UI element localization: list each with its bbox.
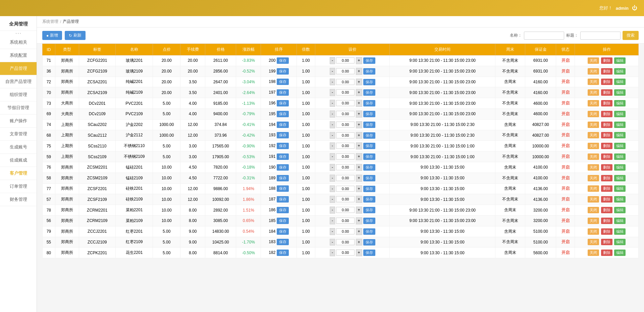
delete-button[interactable]: 删除 <box>601 122 612 128</box>
setprice-save-button[interactable]: 保存 <box>363 89 375 96</box>
edit-button[interactable]: 编辑 <box>614 111 626 117</box>
order-save-button[interactable]: 保存 <box>277 250 289 256</box>
setprice-plus-button[interactable]: + <box>356 110 362 118</box>
close-button[interactable]: 关闭 <box>588 111 599 117</box>
sidebar-item-system-related[interactable]: 系统相关 <box>0 36 37 49</box>
order-save-button[interactable]: 保存 <box>277 185 289 192</box>
setprice-input[interactable] <box>336 100 355 106</box>
add-button[interactable]: ● 新增 <box>42 31 62 40</box>
close-button[interactable]: 关闭 <box>588 228 599 235</box>
close-button[interactable]: 关闭 <box>588 79 599 85</box>
order-save-button[interactable]: 保存 <box>277 100 289 106</box>
delete-button[interactable]: 删除 <box>601 100 612 106</box>
setprice-save-button[interactable]: 保存 <box>363 196 375 203</box>
search-title-input[interactable] <box>580 32 621 40</box>
setprice-minus-button[interactable]: - <box>330 68 335 75</box>
close-button[interactable]: 关闭 <box>588 100 599 106</box>
delete-button[interactable]: 删除 <box>601 175 612 181</box>
delete-button[interactable]: 删除 <box>601 185 612 192</box>
setprice-plus-button[interactable]: + <box>356 153 362 160</box>
delete-button[interactable]: 删除 <box>601 111 612 117</box>
close-button[interactable]: 关闭 <box>588 196 599 203</box>
edit-button[interactable]: 编辑 <box>614 164 626 171</box>
edit-button[interactable]: 编辑 <box>614 196 626 203</box>
setprice-minus-button[interactable]: - <box>330 57 335 64</box>
close-button[interactable]: 关闭 <box>588 218 599 224</box>
edit-button[interactable]: 编辑 <box>614 175 626 181</box>
close-button[interactable]: 关闭 <box>588 143 599 149</box>
sidebar-item-order[interactable]: 订单管理 <box>0 180 37 193</box>
setprice-plus-button[interactable]: + <box>356 79 362 86</box>
setprice-save-button[interactable]: 保存 <box>363 100 375 106</box>
setprice-minus-button[interactable]: - <box>330 89 335 96</box>
setprice-minus-button[interactable]: - <box>330 185 335 192</box>
edit-button[interactable]: 编辑 <box>614 143 626 149</box>
sidebar-item-org[interactable]: 组织管理 <box>0 88 37 101</box>
close-button[interactable]: 关闭 <box>588 207 599 213</box>
delete-button[interactable]: 删除 <box>601 239 612 245</box>
setprice-input[interactable] <box>336 218 355 224</box>
order-save-button[interactable]: 保存 <box>277 196 289 203</box>
setprice-input[interactable] <box>336 186 355 192</box>
setprice-minus-button[interactable]: - <box>330 121 335 128</box>
sidebar-item-finance[interactable]: 财务管理 <box>0 193 37 206</box>
sidebar-item-self-product[interactable]: 自营产品管理 <box>0 75 37 88</box>
edit-button[interactable]: 编辑 <box>614 100 626 106</box>
delete-button[interactable]: 删除 <box>601 218 612 224</box>
edit-button[interactable]: 编辑 <box>614 218 626 224</box>
delete-button[interactable]: 删除 <box>601 132 612 138</box>
breadcrumb-system[interactable]: 系统管理 <box>42 19 58 25</box>
setprice-minus-button[interactable]: - <box>330 164 335 171</box>
refresh-button[interactable]: ↻ 刷新 <box>65 31 86 40</box>
order-save-button[interactable]: 保存 <box>277 89 289 96</box>
order-save-button[interactable]: 保存 <box>277 207 289 213</box>
setprice-save-button[interactable]: 保存 <box>363 164 375 171</box>
order-save-button[interactable]: 保存 <box>277 228 289 235</box>
setprice-plus-button[interactable]: + <box>356 68 362 75</box>
setprice-save-button[interactable]: 保存 <box>363 143 375 149</box>
order-save-button[interactable]: 保存 <box>277 153 289 160</box>
edit-button[interactable]: 编辑 <box>614 122 626 128</box>
setprice-minus-button[interactable]: - <box>330 100 335 107</box>
setprice-input[interactable] <box>336 132 355 138</box>
setprice-plus-button[interactable]: + <box>356 196 362 203</box>
setprice-plus-button[interactable]: + <box>356 185 362 192</box>
sidebar-item-article[interactable]: 文章管理 <box>0 128 37 141</box>
setprice-minus-button[interactable]: - <box>330 153 335 160</box>
setprice-plus-button[interactable]: + <box>356 89 362 96</box>
close-button[interactable]: 关闭 <box>588 175 599 181</box>
setprice-minus-button[interactable]: - <box>330 175 335 182</box>
edit-button[interactable]: 编辑 <box>614 185 626 192</box>
delete-button[interactable]: 删除 <box>601 68 612 75</box>
search-button[interactable]: 搜索 <box>623 31 639 40</box>
edit-button[interactable]: 编辑 <box>614 79 626 85</box>
search-name-input[interactable] <box>524 32 564 40</box>
setprice-plus-button[interactable]: + <box>356 239 362 246</box>
order-save-button[interactable]: 保存 <box>277 111 289 117</box>
setprice-save-button[interactable]: 保存 <box>363 186 375 192</box>
setprice-input[interactable] <box>336 79 355 85</box>
setprice-save-button[interactable]: 保存 <box>363 111 375 117</box>
setprice-minus-button[interactable]: - <box>330 196 335 203</box>
sidebar-item-account-op[interactable]: 账户操作 <box>0 115 37 128</box>
setprice-plus-button[interactable]: + <box>356 175 362 182</box>
setprice-minus-button[interactable]: - <box>330 207 335 214</box>
edit-button[interactable]: 编辑 <box>614 68 626 75</box>
close-button[interactable]: 关闭 <box>588 250 599 256</box>
edit-button[interactable]: 编辑 <box>614 153 626 160</box>
setprice-minus-button[interactable]: - <box>330 79 335 86</box>
close-button[interactable]: 关闭 <box>588 68 599 75</box>
setprice-minus-button[interactable]: - <box>330 239 335 246</box>
power-icon[interactable]: ⏻ <box>632 5 637 11</box>
order-save-button[interactable]: 保存 <box>277 239 289 245</box>
setprice-plus-button[interactable]: + <box>356 121 362 128</box>
setprice-input[interactable] <box>336 207 355 213</box>
delete-button[interactable]: 删除 <box>601 228 612 235</box>
setprice-input[interactable] <box>336 68 355 74</box>
order-save-button[interactable]: 保存 <box>277 68 289 75</box>
sidebar-item-complete[interactable]: 佐成账成 <box>0 154 37 167</box>
close-button[interactable]: 关闭 <box>588 89 599 96</box>
setprice-input[interactable] <box>336 143 355 149</box>
delete-button[interactable]: 删除 <box>601 196 612 203</box>
setprice-plus-button[interactable]: + <box>356 57 362 64</box>
